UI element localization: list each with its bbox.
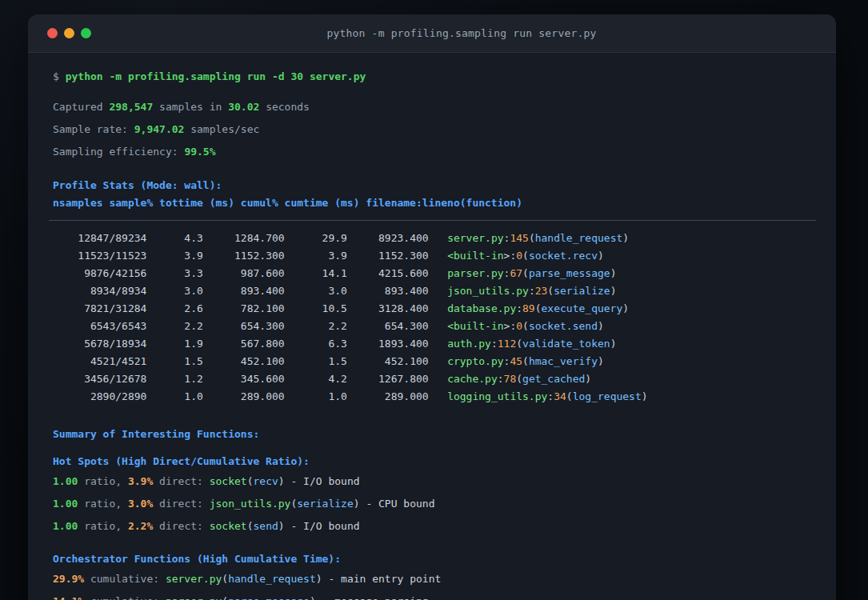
profile-row: 3456/12678 1.2 345.600 4.2 1267.800 cach… [53, 370, 816, 388]
orchestrator-line: 14.1% cumulative: parser.py(parse_messag… [53, 593, 816, 600]
summary-heading: Summary of Interesting Functions: [53, 426, 816, 443]
stats-line: Captured 298,547 samples in 30.02 second… [53, 98, 816, 116]
hot-spots-heading: Hot Spots (High Direct/Cumulative Ratio)… [53, 453, 816, 470]
titlebar[interactable]: python -m profiling.sampling run server.… [28, 14, 836, 53]
stats-line: Sampling efficiency: 99.5% [53, 143, 816, 161]
traffic-lights [47, 28, 100, 38]
table-divider [49, 220, 816, 221]
orchestrator-list: 29.9% cumulative: server.py(handle_reque… [53, 570, 816, 600]
window-title: python -m profiling.sampling run server.… [100, 27, 823, 39]
close-button[interactable] [47, 28, 58, 38]
terminal-output: $ python -m profiling.sampling run -d 30… [28, 53, 836, 600]
profile-row: 11523/11523 3.9 1152.300 3.9 1152.300 <b… [53, 247, 816, 265]
capture-stats: Captured 298,547 samples in 30.02 second… [53, 98, 816, 161]
stats-line: Sample rate: 9,947.02 samples/sec [53, 121, 816, 138]
minimize-button[interactable] [64, 28, 74, 38]
profile-row: 2890/2890 1.0 289.000 1.0 289.000 loggin… [53, 388, 816, 406]
profile-row: 8934/8934 3.0 893.400 3.0 893.400 json_u… [53, 282, 816, 300]
profile-row: 7821/31284 2.6 782.100 10.5 3128.400 dat… [53, 300, 816, 318]
hotspot-line: 1.00 ratio, 3.0% direct: json_utils.py(s… [53, 495, 816, 513]
terminal-window: python -m profiling.sampling run server.… [28, 14, 836, 600]
orchestrator-heading: Orchestrator Functions (High Cumulative … [53, 550, 816, 568]
profile-row: 9876/42156 3.3 987.600 14.1 4215.600 par… [53, 265, 816, 282]
hotspot-line: 1.00 ratio, 3.9% direct: socket(recv) - … [53, 473, 816, 490]
profile-row: 12847/89234 4.3 1284.700 29.9 8923.400 s… [53, 230, 816, 247]
profile-columns-header: nsamples sample% tottime (ms) cumul% cum… [53, 194, 816, 212]
orchestrator-line: 29.9% cumulative: server.py(handle_reque… [53, 570, 816, 588]
profile-row: 6543/6543 2.2 654.300 2.2 654.300 <built… [53, 318, 816, 335]
hot-spots-list: 1.00 ratio, 3.9% direct: socket(recv) - … [53, 473, 816, 535]
profile-row: 5678/18934 1.9 567.800 6.3 1893.400 auth… [53, 335, 816, 353]
maximize-button[interactable] [81, 28, 91, 38]
prompt-line: $ python -m profiling.sampling run -d 30… [53, 68, 816, 86]
profile-stats-heading: Profile Stats (Mode: wall): [53, 177, 816, 194]
profile-table: 12847/89234 4.3 1284.700 29.9 8923.400 s… [53, 230, 816, 406]
hotspot-line: 1.00 ratio, 2.2% direct: socket(send) - … [53, 518, 816, 535]
profile-row: 4521/4521 1.5 452.100 1.5 452.100 crypto… [53, 353, 816, 370]
